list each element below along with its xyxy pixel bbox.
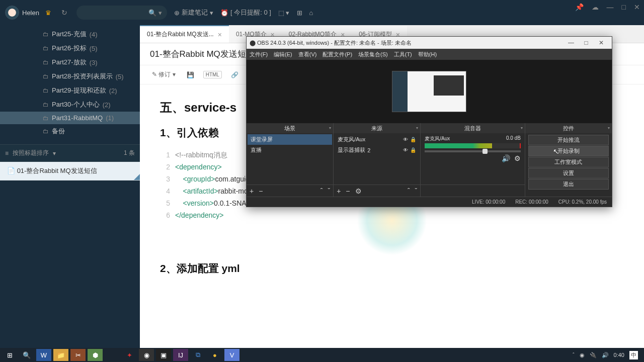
- lock-icon[interactable]: 🔒: [410, 147, 416, 153]
- scene-item[interactable]: 课堂录屏: [248, 134, 332, 145]
- folder-count: (1): [106, 114, 114, 122]
- app-icon-2[interactable]: ✦: [122, 349, 137, 361]
- start-icon[interactable]: ⊞: [2, 349, 17, 361]
- expand-icon[interactable]: ⬚ ▾: [278, 9, 290, 17]
- speaker-icon[interactable]: 🔊: [502, 154, 510, 162]
- obs-menu-item[interactable]: 帮助(H): [418, 51, 437, 58]
- volume-slider[interactable]: [425, 150, 521, 152]
- obs-menu-item[interactable]: 编辑(E): [274, 51, 292, 58]
- folder-item[interactable]: 🗀备份: [0, 124, 140, 138]
- control-button[interactable]: 开始录制: [528, 146, 609, 156]
- add-scene-icon[interactable]: +: [250, 187, 254, 195]
- terminal-icon[interactable]: ▣: [156, 349, 171, 361]
- source-badge: 2: [367, 147, 370, 153]
- tray-net-icon[interactable]: 🔌: [590, 352, 597, 358]
- scene-up-icon[interactable]: ˆ: [320, 187, 323, 195]
- control-button[interactable]: 开始推流: [528, 135, 609, 145]
- doc-item[interactable]: 📄 01-整合Rabbit MQ发送短信: [0, 162, 140, 180]
- sources-header[interactable]: 来源: [334, 123, 420, 133]
- source-settings-icon[interactable]: ⚙: [355, 187, 362, 195]
- minimize-icon[interactable]: —: [607, 3, 614, 11]
- source-item[interactable]: 显示器捕获 2👁🔒: [335, 145, 419, 155]
- pin-icon[interactable]: 📌: [575, 3, 584, 11]
- word-icon[interactable]: W: [36, 349, 51, 361]
- tray-obs-icon[interactable]: ◉: [580, 352, 585, 358]
- reminder-button[interactable]: ⏰ [ 今日提醒: 0 ]: [220, 8, 271, 17]
- folder-item[interactable]: 🗀Part26-投标 (5): [0, 41, 140, 55]
- explorer-icon[interactable]: 📁: [53, 349, 68, 361]
- doc-icon: 📄: [7, 167, 15, 174]
- visibility-icon[interactable]: 👁: [403, 137, 408, 142]
- scenes-header[interactable]: 场景: [247, 123, 333, 133]
- home-icon[interactable]: ⌂: [309, 9, 313, 17]
- remove-scene-icon[interactable]: −: [259, 187, 263, 195]
- obs-minimize-icon[interactable]: —: [564, 39, 579, 46]
- scene-down-icon[interactable]: ˇ: [328, 187, 330, 195]
- save-icon[interactable]: 💾: [185, 70, 196, 79]
- mixer-header[interactable]: 混音器: [421, 123, 525, 133]
- tray-up-icon[interactable]: ˆ: [573, 352, 575, 358]
- chrome-icon[interactable]: [105, 349, 120, 361]
- user-avatar[interactable]: [5, 6, 19, 20]
- remove-source-icon[interactable]: −: [346, 187, 350, 195]
- line-number: 5: [160, 197, 175, 209]
- obs-menu-item[interactable]: 工具(T): [394, 51, 412, 58]
- tray-vol-icon[interactable]: 🔊: [602, 352, 609, 358]
- source-item[interactable]: 麦克风/Aux 👁🔒: [335, 134, 419, 145]
- editor-tab[interactable]: 01-整合Rabbit MQ发送...×: [140, 25, 229, 43]
- cloud-icon[interactable]: ☁: [592, 3, 599, 11]
- doc-list: 📄 01-整合Rabbit MQ发送短信: [0, 162, 140, 362]
- folder-label: Part27-放款: [52, 58, 87, 67]
- taskbar: ⊞ 🔍 W 📁 ✂ ⬢ ✦ ◉ ▣ IJ ⧉ ● V ˆ ◉ 🔌 🔊 0:40 …: [0, 348, 644, 362]
- html-badge[interactable]: HTML: [203, 71, 222, 78]
- vscode-icon[interactable]: ⧉: [190, 349, 205, 361]
- obs-titlebar[interactable]: ⬤ OBS 24.0.3 (64-bit, windows) - 配置文件: 未…: [247, 37, 612, 49]
- control-button[interactable]: 退出: [528, 179, 609, 190]
- app-icon-4[interactable]: V: [224, 349, 239, 361]
- scene-item[interactable]: 直播: [248, 145, 332, 155]
- control-button[interactable]: 设置: [528, 168, 609, 178]
- lock-icon[interactable]: 🔒: [410, 137, 416, 142]
- apps-icon[interactable]: ⊞: [297, 9, 302, 17]
- folder-item[interactable]: 🗀Part29-提现和还款 (2): [0, 83, 140, 98]
- tray-ime[interactable]: 中: [629, 351, 638, 359]
- add-source-icon[interactable]: +: [337, 187, 341, 195]
- link-icon[interactable]: 🔗: [229, 70, 240, 79]
- screenshot-icon[interactable]: ✂: [70, 349, 86, 361]
- folder-item[interactable]: 🗀Part25-充值 (4): [0, 27, 140, 41]
- mixer-settings-icon[interactable]: ⚙: [514, 154, 521, 162]
- new-note-button[interactable]: ⊕ 新建笔记 ▾: [174, 8, 213, 17]
- obs-task-icon[interactable]: ◉: [139, 349, 154, 361]
- source-down-icon[interactable]: ˇ: [415, 187, 418, 195]
- revise-button[interactable]: ✎ 修订 ▾: [150, 69, 178, 80]
- folder-item[interactable]: 🗀Part31-RabbitMQ (1): [0, 112, 140, 124]
- search-task-icon[interactable]: 🔍: [19, 349, 34, 361]
- ide-icon[interactable]: IJ: [173, 349, 188, 361]
- app-icon-1[interactable]: ⬢: [88, 349, 103, 361]
- crown-icon[interactable]: ♛: [45, 9, 51, 17]
- folder-label: Part25-充值: [52, 30, 87, 39]
- source-up-icon[interactable]: ˆ: [408, 187, 410, 195]
- app-icon-3[interactable]: ●: [207, 349, 222, 361]
- folder-item[interactable]: 🗀Part27-放款 (3): [0, 55, 140, 69]
- close-icon[interactable]: ✕: [634, 3, 640, 11]
- folder-item[interactable]: 🗀Part28-投资列表展示 (5): [0, 69, 140, 83]
- maximize-icon[interactable]: □: [622, 3, 626, 11]
- obs-menu-item[interactable]: 配置文件(P): [323, 51, 352, 58]
- obs-menu-item[interactable]: 查看(V): [298, 51, 317, 58]
- search-input[interactable]: 🔍 ▾: [76, 6, 167, 20]
- obs-close-icon[interactable]: ✕: [594, 39, 609, 46]
- tray-time[interactable]: 0:40: [614, 352, 624, 358]
- mixer-db: 0.0 dB: [506, 135, 521, 142]
- sort-row[interactable]: ≡ 按照标题排序 ▾ 1 条: [0, 144, 140, 162]
- folder-item[interactable]: 🗀Part30-个人中心 (2): [0, 98, 140, 112]
- refresh-icon[interactable]: ↻: [61, 9, 67, 17]
- obs-menu-item[interactable]: 文件(F): [250, 51, 268, 58]
- obs-maximize-icon[interactable]: □: [579, 39, 594, 46]
- control-button[interactable]: 工作室模式: [528, 157, 609, 167]
- controls-header[interactable]: 控件: [525, 123, 612, 133]
- obs-preview[interactable]: [247, 60, 612, 123]
- obs-menu-item[interactable]: 场景集合(S): [358, 51, 388, 58]
- visibility-icon[interactable]: 👁: [403, 147, 408, 153]
- tab-close-icon[interactable]: ×: [218, 31, 222, 39]
